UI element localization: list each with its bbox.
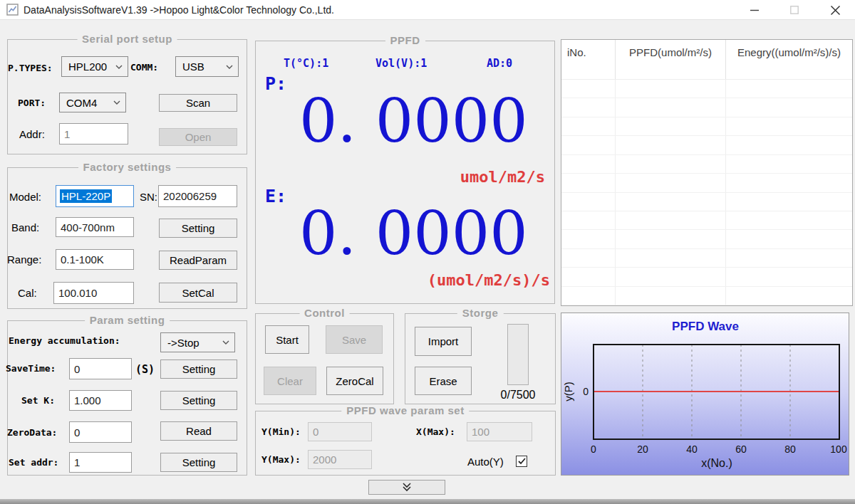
check-icon bbox=[518, 458, 526, 465]
storage-progress-text: 0/7500 bbox=[490, 389, 546, 401]
zerodata-read-button[interactable]: Read bbox=[160, 421, 237, 441]
x-tick-label: 60 bbox=[735, 443, 747, 455]
range-field[interactable] bbox=[56, 249, 134, 270]
model-field[interactable]: HPL-220P bbox=[56, 185, 134, 207]
energy-accumulation-combobox[interactable]: ->Stop bbox=[160, 332, 235, 352]
chart-background bbox=[561, 313, 849, 475]
ptypes-combobox[interactable]: HPL200 bbox=[61, 56, 128, 77]
x-tick-label: 80 bbox=[784, 443, 796, 455]
sn-field[interactable] bbox=[158, 185, 237, 207]
energy-accumulation-label: Energy accumulation: bbox=[9, 335, 120, 346]
x-tick-label: 0 bbox=[591, 443, 596, 455]
import-button[interactable]: Import bbox=[415, 327, 472, 356]
ymin-label: Y(Min): bbox=[261, 426, 301, 437]
table-row bbox=[561, 249, 852, 268]
savetime-label: SaveTime: bbox=[6, 363, 56, 374]
group-title: PPFD wave param set bbox=[341, 404, 469, 416]
clear-button: Clear bbox=[264, 367, 316, 395]
voltage-readout: Vol(V):1 bbox=[375, 57, 427, 70]
window-bottom-edge bbox=[0, 499, 855, 504]
group-title: Storge bbox=[457, 307, 504, 319]
wave-chart-svg: PPFD Wave 0 y(P) 0 20 40 60 80 100 x(No.… bbox=[561, 313, 849, 475]
table-row bbox=[561, 80, 852, 98]
port-combobox[interactable]: COM4 bbox=[59, 93, 126, 112]
readparam-button[interactable]: ReadParam bbox=[159, 251, 237, 270]
cal-field[interactable] bbox=[53, 282, 134, 304]
setcal-button[interactable]: SetCal bbox=[159, 283, 237, 303]
comm-label: COMM: bbox=[130, 62, 158, 73]
setk-setting-button[interactable]: Setting bbox=[160, 391, 237, 410]
table-row bbox=[561, 117, 852, 136]
table-row bbox=[561, 174, 852, 192]
sn-label: SN: bbox=[140, 191, 157, 203]
model-label: Model: bbox=[9, 191, 41, 203]
expand-panel-button[interactable] bbox=[368, 480, 445, 495]
table-row bbox=[561, 136, 852, 154]
table-row bbox=[561, 155, 852, 174]
column-header-ppfd: PPFD(umol/m²/s) bbox=[616, 40, 726, 79]
window-title: DataAnalysisSoftwareV1.39 ->Hopoo Light&… bbox=[24, 4, 334, 16]
ad-readout: AD:0 bbox=[487, 57, 512, 70]
chevron-down-icon bbox=[113, 100, 120, 105]
group-title: Factory settings bbox=[78, 161, 177, 173]
group-title: Control bbox=[299, 307, 350, 319]
ppfd-wave-chart: PPFD Wave 0 y(P) 0 20 40 60 80 100 x(No.… bbox=[561, 313, 849, 476]
xmax-field bbox=[467, 422, 532, 441]
chart-title: PPFD Wave bbox=[672, 320, 739, 333]
chevron-down-icon bbox=[115, 65, 123, 69]
ppfd-unit: umol/m2/s bbox=[399, 168, 545, 186]
open-button: Open bbox=[159, 128, 237, 146]
comm-combobox[interactable]: USB bbox=[175, 56, 239, 77]
band-setting-button[interactable]: Setting bbox=[159, 219, 237, 238]
group-title: Param setting bbox=[85, 314, 170, 326]
wave-param-group: PPFD wave param set bbox=[255, 411, 556, 476]
x-axis-label: x(No.) bbox=[701, 457, 732, 469]
setaddr-label: Set addr: bbox=[9, 457, 58, 468]
autoy-checkbox[interactable] bbox=[516, 456, 527, 467]
erase-button[interactable]: Erase bbox=[415, 367, 472, 395]
table-row bbox=[561, 193, 852, 211]
x-tick-label: 40 bbox=[686, 443, 698, 455]
addr-field[interactable] bbox=[59, 123, 128, 145]
x-tick-label: 20 bbox=[637, 443, 648, 455]
model-selected-text: HPL-220P bbox=[60, 189, 112, 203]
table-row bbox=[561, 98, 852, 117]
table-row bbox=[561, 230, 852, 248]
port-value: COM4 bbox=[66, 97, 97, 109]
savetime-field[interactable] bbox=[69, 358, 132, 379]
energy-value: 0. 0000 bbox=[299, 204, 513, 263]
ppfd-value: 0. 0000 bbox=[299, 91, 513, 151]
minimize-icon bbox=[750, 6, 759, 14]
chevron-down-icon bbox=[222, 340, 229, 345]
setk-field[interactable] bbox=[69, 390, 132, 411]
x-tick-label: 100 bbox=[830, 443, 847, 455]
save-button: Save bbox=[326, 325, 383, 354]
close-button[interactable] bbox=[821, 0, 849, 20]
zerodata-field[interactable] bbox=[69, 421, 132, 443]
ymin-field bbox=[308, 422, 372, 441]
savetime-unit-label: (S) bbox=[135, 363, 155, 376]
minimize-button[interactable] bbox=[742, 0, 767, 20]
column-header-ino: iNo. bbox=[561, 40, 616, 79]
setaddr-field[interactable] bbox=[69, 452, 132, 473]
ymax-label: Y(Max): bbox=[261, 454, 301, 465]
xmax-label: X(Max): bbox=[416, 426, 455, 437]
port-label: PORT: bbox=[18, 98, 46, 108]
setaddr-setting-button[interactable]: Setting bbox=[160, 453, 237, 472]
autoy-label: Auto(Y) bbox=[467, 456, 504, 468]
close-icon bbox=[831, 6, 840, 15]
y-axis-label: y(P) bbox=[562, 382, 574, 401]
chevron-double-down-icon bbox=[401, 483, 413, 492]
column-header-energy: Enegry((umol/m²/s)/s) bbox=[726, 40, 852, 79]
zerocal-button[interactable]: ZeroCal bbox=[326, 367, 383, 395]
table-row bbox=[561, 268, 852, 286]
comm-value: USB bbox=[182, 61, 204, 73]
band-field[interactable] bbox=[56, 217, 134, 237]
scan-button[interactable]: Scan bbox=[159, 94, 237, 112]
maximize-button[interactable] bbox=[782, 0, 807, 20]
savetime-setting-button[interactable]: Setting bbox=[160, 359, 237, 379]
start-button[interactable]: Start bbox=[265, 325, 309, 354]
ptypes-label: P.TYPES: bbox=[8, 63, 53, 73]
storage-progress-bar bbox=[507, 324, 529, 385]
app-window: DataAnalysisSoftwareV1.39 ->Hopoo Light&… bbox=[0, 0, 855, 504]
